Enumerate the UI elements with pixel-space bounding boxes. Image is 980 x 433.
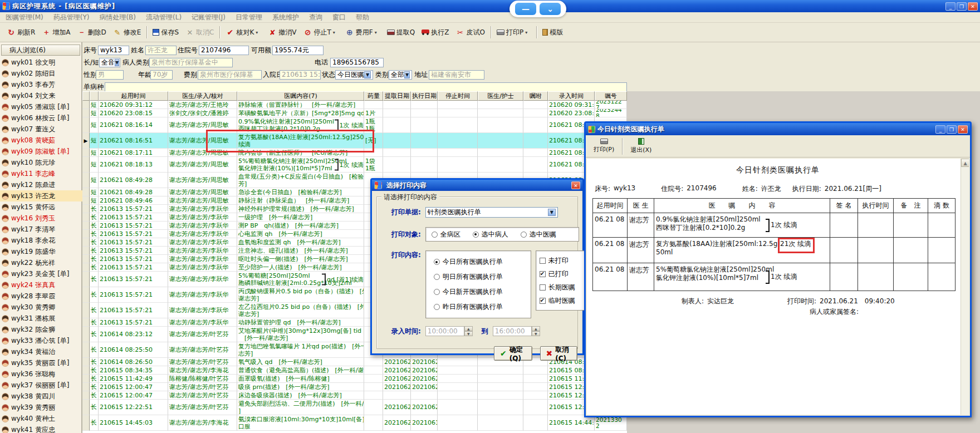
column-header[interactable]: 药量 xyxy=(364,91,383,101)
order-row[interactable]: 短 210621 08:17:11 谢志芳/谢志芳/周思敏 院内会诊（副主任医师… xyxy=(82,149,627,157)
column-header[interactable]: 执行日期 xyxy=(411,91,438,101)
toolbar-button[interactable]: 保存S ▾ xyxy=(149,26,182,40)
patient-list-header[interactable]: 病人浏览(6) xyxy=(1,45,80,56)
patient-list-item[interactable]: wyk16 刘秀玉 xyxy=(0,213,82,224)
order-row[interactable]: 长 210615 12:22:51 谢志芳/谢志芳/叶艺芬 避免头部剧烈活动、二… xyxy=(82,400,627,415)
patient-list-item[interactable]: wyk22 杨光祥 xyxy=(0,257,82,268)
column-header[interactable]: 停止时间 xyxy=(438,91,478,101)
patient-list-item[interactable]: wyk17 李清琴 xyxy=(0,224,82,235)
column-header[interactable]: 医生/录入/核对 xyxy=(168,91,237,101)
patient-list-item[interactable]: wyk41 黄应忠 xyxy=(0,424,82,433)
time-from-field[interactable]: 10:00:00 xyxy=(425,326,464,336)
column-header[interactable]: 提取日期 xyxy=(383,91,411,101)
order-row[interactable]: 长 210615 08:34:35 谢志芳/谢志芳/李海花 普通饮食（避免高盐高… xyxy=(82,366,627,375)
order-row[interactable]: 短 210621 08:18:13 谢志芳/谢志芳/周思敏 5%葡萄糖氯化钠注射… xyxy=(82,157,627,173)
exec-restore-button[interactable]: ❐ xyxy=(947,125,957,134)
patient-list-item[interactable]: wyk09 陈淑敏 [单] xyxy=(0,146,82,157)
patient-list-item[interactable]: wyk23 吴金英 [单] xyxy=(0,268,82,279)
column-header[interactable]: 医嘱内容(7) xyxy=(237,91,364,101)
exec-scrollbar[interactable]: ▲ xyxy=(961,159,969,415)
combo-arrow-icon[interactable]: ▼ xyxy=(364,71,371,78)
print-target-radio[interactable]: 选中医嘱 xyxy=(521,230,556,239)
patient-list-item[interactable]: wyk35 黄丽霞 [单] xyxy=(0,357,82,368)
combo-arrow-icon[interactable]: ▼ xyxy=(404,71,410,78)
toolbar-button[interactable]: 模版 ▾ xyxy=(539,26,566,40)
name-field[interactable]: 许丕龙 xyxy=(145,46,177,55)
patient-list-item[interactable]: wyk06 林按云 [单] xyxy=(0,112,82,124)
patient-list-item[interactable]: wyk03 李春芳 xyxy=(0,79,82,90)
exec-minimize-button[interactable]: _ xyxy=(935,125,945,134)
print-content-radio[interactable]: 今日新开医嘱执行单 xyxy=(434,287,523,297)
menu-item[interactable]: 日常管理 xyxy=(236,13,262,22)
overlay-chevron-button[interactable]: ⌄ xyxy=(540,3,561,15)
toolbar-button[interactable]: 费用F ▾ xyxy=(342,26,384,40)
menu-item[interactable]: 医嘱管理(M) xyxy=(6,13,43,22)
column-header[interactable]: 嘱号 xyxy=(595,91,627,101)
dialog-close-button[interactable]: ✕ xyxy=(571,181,580,189)
column-header[interactable]: 录入时间 xyxy=(548,91,595,101)
minimize-button[interactable]: _ xyxy=(945,2,955,11)
exec-close-button[interactable]: ✕ xyxy=(958,125,968,134)
patient-list-item[interactable]: wyk36 张聪梅 xyxy=(0,368,82,380)
patient-list-item[interactable]: wyk13 许丕龙 xyxy=(0,190,82,201)
toolbar-button[interactable]: 撤消V ▾ xyxy=(264,26,300,40)
order-row[interactable]: 短 210620 09:31:12 谢志芳/谢志芳/王艳玲 静脉输液（留置静脉针… xyxy=(82,101,627,109)
order-row[interactable]: 长 210615 12:00:47 谢志芳/谢志芳/叶艺芬 吸痰 prn(描述)… xyxy=(82,383,627,391)
status-combo[interactable]: 今日医嘱▼ xyxy=(335,70,373,80)
toolbar-button[interactable]: 打印P ▾ xyxy=(493,26,534,40)
menu-item[interactable]: 药品管理(Y) xyxy=(53,13,90,22)
print-content-radio[interactable]: 今日所有医嘱执行单 xyxy=(434,257,523,267)
bed-field[interactable]: wyk13 xyxy=(98,46,129,55)
toolbar-button[interactable]: 刷新R ▾ xyxy=(3,26,38,40)
restore-button[interactable]: ❐ xyxy=(957,2,967,11)
column-header[interactable]: 医生/护士 xyxy=(478,91,523,101)
menu-item[interactable]: 查询 xyxy=(309,13,322,22)
toolbar-button[interactable]: 核对K ▾ xyxy=(222,26,264,40)
toolbar-button[interactable]: 提取Q ▾ xyxy=(384,26,418,40)
admission-field[interactable]: 2107496 xyxy=(199,46,249,55)
patient-list-item[interactable]: wyk33 潘心筑 [单] xyxy=(0,335,82,346)
single-disease-field[interactable] xyxy=(105,82,627,92)
menu-item[interactable]: 病情处理(B) xyxy=(99,13,136,22)
patient-list-item[interactable]: wyk28 李翠霞 xyxy=(0,291,82,302)
toolbar-button[interactable]: 皮试O ▾ xyxy=(452,26,488,40)
toolbar-button[interactable]: 修改E ▾ xyxy=(110,26,145,40)
toolbar-button[interactable]: 执行Z ▾ xyxy=(418,26,452,40)
patient-list-item[interactable]: wyk12 陈鼎进 xyxy=(0,179,82,190)
order-row[interactable]: 长 210615 14:45:03 谢志芳/谢志芳/李海花 氨溴索口服溶液[10… xyxy=(82,415,627,431)
patient-list-item[interactable]: wyk19 陈盛华 xyxy=(0,246,82,257)
menu-item[interactable]: 流动管理(L) xyxy=(146,13,182,22)
exec-order-row[interactable]: 06.21 08 谢志芳 0.9%氯化钠注射液[250ml]250ml 西咪替丁… xyxy=(593,213,955,238)
longshort-combo[interactable]: 全音▼ xyxy=(99,58,120,67)
patient-list-item[interactable]: wyk30 黄秀卿 xyxy=(0,302,82,313)
patient-list-item[interactable]: wyk34 黄福治 xyxy=(0,346,82,357)
patient-list-item[interactable]: wyk11 李志峰 xyxy=(0,168,82,179)
print-content-radio[interactable]: 明日所有医嘱执行单 xyxy=(434,272,523,282)
doc-type-combo[interactable]: 针剂类医嘱执行单 ▼ xyxy=(425,207,558,218)
column-header[interactable]: 起用时间 xyxy=(99,91,168,101)
menu-item[interactable]: 记账管理(J) xyxy=(192,13,226,22)
dropdown-arrow-icon[interactable]: ▾ xyxy=(525,30,531,35)
patient-list-item[interactable]: wyk38 黄四川 xyxy=(0,391,82,402)
patient-list-item[interactable]: wyk40 黄种土 xyxy=(0,413,82,424)
fee-field[interactable]: 泉州市医疗保障基 xyxy=(198,70,262,80)
order-row[interactable]: 长 210615 11:42:49 陈榕健/陈榕健/叶艺芬 面罩吸氧(描述) [… xyxy=(82,375,627,383)
patient-list-item[interactable]: wyk08 黄晓茹 xyxy=(0,135,82,146)
category-combo[interactable]: 全部▼ xyxy=(389,70,412,80)
print-filter-checkbox[interactable]: 已打印 xyxy=(540,269,583,279)
scroll-up-icon[interactable]: ▲ xyxy=(961,159,969,167)
patient-list-item[interactable]: wyk01 徐文明 xyxy=(0,57,82,68)
ok-button[interactable]: ✔ 确定(Q) xyxy=(494,346,532,361)
exec-print-button[interactable]: 打印(P) xyxy=(590,137,618,155)
admit-date-field[interactable]: 210613 15:36 xyxy=(280,70,321,80)
address-field[interactable]: 福建省南安市 xyxy=(429,70,484,80)
toolbar-button[interactable]: 停止T ▾ xyxy=(300,26,342,40)
dropdown-arrow-icon[interactable]: ▾ xyxy=(375,30,380,35)
menu-item[interactable]: 系统维护 xyxy=(272,13,299,22)
toolbar-button[interactable]: 删除D ▾ xyxy=(74,26,110,40)
combo-arrow-icon[interactable]: ▼ xyxy=(115,59,119,66)
age-field[interactable]: 70岁 xyxy=(150,70,173,80)
menu-item[interactable]: 窗口 xyxy=(332,13,346,22)
print-filter-checkbox[interactable]: 临时医嘱 xyxy=(540,296,583,306)
phone-field[interactable]: 18965156785 xyxy=(330,58,384,67)
